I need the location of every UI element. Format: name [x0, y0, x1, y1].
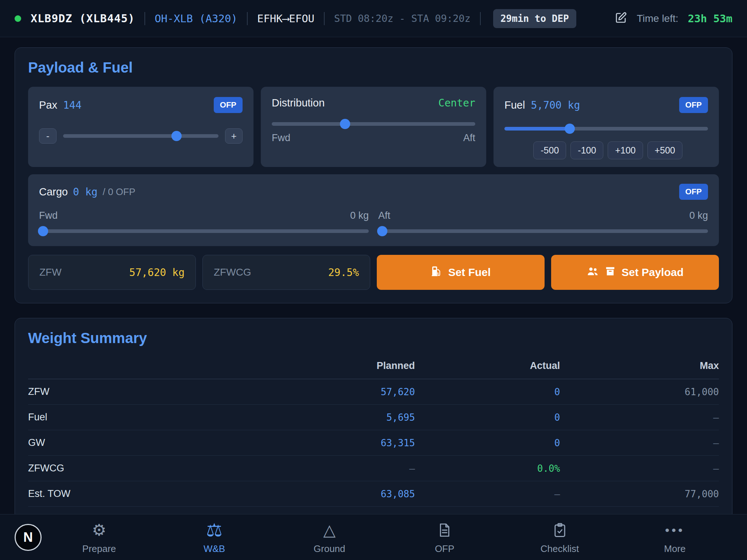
table-row: ZFW 57,620 0 61,000 — [28, 379, 719, 405]
cargo-fwd-value: 0 kg — [350, 210, 369, 221]
nav-item-wb[interactable]: ⚖ W&B — [157, 520, 272, 555]
max-value: – — [560, 405, 719, 430]
fuel-label: Fuel — [504, 99, 525, 111]
cargo-aft-slider-thumb[interactable] — [377, 226, 387, 236]
pax-ofp-button[interactable]: OFP — [214, 97, 243, 113]
actual-value: 0 — [415, 405, 560, 430]
planned-value: 63,315 — [263, 430, 415, 456]
pax-label: Pax — [39, 99, 57, 111]
payload-fuel-title: Payload & Fuel — [28, 59, 719, 76]
divider — [144, 12, 145, 25]
max-value: 61,000 — [560, 379, 719, 405]
fuel-slider-fill — [504, 127, 570, 131]
row-label: Est. TOW — [28, 481, 263, 507]
pax-slider-thumb[interactable] — [171, 131, 182, 141]
cargo-label: Cargo — [39, 186, 68, 198]
actual-value: – — [415, 481, 560, 507]
gear-icon: ⚙ — [92, 520, 106, 540]
pax-card: Pax 144 OFP - + — [28, 87, 253, 167]
distribution-slider[interactable] — [272, 122, 475, 126]
nav-item-more[interactable]: ••• More — [617, 520, 732, 555]
zfw-value: 57,620 kg — [129, 267, 185, 279]
cargo-fwd-section: Fwd 0 kg — [39, 210, 369, 233]
cargo-aft-slider[interactable] — [378, 229, 708, 233]
fuel-minus-100-button[interactable]: -100 — [570, 141, 603, 159]
flight-callsign: XLB9DZ (XLB445) — [31, 12, 135, 25]
table-header-row: Planned Actual Max — [28, 357, 719, 379]
distribution-card: Distribution Center Fwd Aft — [261, 87, 486, 167]
fuel-value: 5,700 kg — [531, 99, 580, 111]
max-value: – — [560, 430, 719, 456]
topbar-right-group: Time left: 23h 53m — [614, 11, 732, 26]
fuel-card: Fuel 5,700 kg OFP -500 -100 +100 +500 — [494, 87, 719, 167]
zfwcg-readout: ZFWCG 29.5% — [202, 255, 370, 290]
cargo-fwd-slider[interactable] — [39, 229, 369, 233]
actual-value: 0 — [415, 379, 560, 405]
distribution-slider-thumb[interactable] — [340, 119, 350, 129]
nav-item-ofp[interactable]: OFP — [387, 520, 502, 555]
cargo-fwd-slider-thumb[interactable] — [38, 226, 48, 236]
planned-value: 5,695 — [263, 405, 415, 430]
distribution-aft-label: Aft — [463, 132, 475, 144]
weight-summary-table: Planned Actual Max ZFW 57,620 0 61,000 F… — [28, 357, 719, 532]
row-label: ZFW — [28, 379, 263, 405]
fuel-plus-100-button[interactable]: +100 — [608, 141, 643, 159]
distribution-label: Distribution — [272, 97, 325, 109]
row-label: ZFWCG — [28, 456, 263, 481]
fuel-pump-icon — [431, 265, 442, 280]
planned-value: 63,085 — [263, 481, 415, 507]
cargo-aft-value: 0 kg — [689, 210, 708, 221]
zfwcg-value: 29.5% — [328, 267, 359, 279]
cargo-aft-label: Aft — [378, 210, 390, 221]
checklist-icon — [552, 520, 568, 540]
cargo-ofp-button[interactable]: OFP — [679, 184, 708, 200]
nav-item-checklist[interactable]: Checklist — [502, 520, 618, 555]
fuel-ofp-button[interactable]: OFP — [679, 97, 708, 113]
cargo-aft-section: Aft 0 kg — [378, 210, 708, 233]
max-value: – — [560, 456, 719, 481]
set-payload-label: Set Payload — [622, 266, 684, 279]
scale-icon: ⚖ — [206, 520, 222, 540]
app-logo[interactable]: N — [15, 524, 42, 551]
cargo-box-icon — [605, 266, 616, 279]
triangle-icon: △ — [323, 520, 336, 540]
table-row: Fuel 5,695 0 – — [28, 405, 719, 430]
actual-value: 0 — [415, 430, 560, 456]
time-left-value: 23h 53m — [688, 12, 732, 25]
top-bar: XLB9DZ (XLB445) OH-XLB (A320) EFHK⟶EFOU … — [0, 0, 747, 37]
set-payload-button[interactable]: Set Payload — [551, 255, 719, 290]
row-label: Fuel — [28, 405, 263, 430]
bottom-nav-bar: N ⚙ Prepare ⚖ W&B △ Ground OFP — [0, 514, 747, 560]
main-content: Payload & Fuel Pax 144 OFP - + — [0, 37, 747, 545]
pax-decrement-button[interactable]: - — [39, 128, 57, 144]
zfw-readout: ZFW 57,620 kg — [28, 255, 196, 290]
route-text: EFHK⟶EFOU — [257, 12, 314, 25]
column-header-empty — [28, 357, 263, 379]
set-fuel-button[interactable]: Set Fuel — [377, 255, 545, 290]
fuel-minus-500-button[interactable]: -500 — [533, 141, 566, 159]
planned-value: – — [263, 456, 415, 481]
fuel-plus-500-button[interactable]: +500 — [647, 141, 682, 159]
divider — [480, 12, 481, 25]
max-value: 77,000 — [560, 481, 719, 507]
pax-increment-button[interactable]: + — [225, 128, 243, 144]
weight-summary-title: Weight Summary — [28, 330, 719, 346]
cargo-fwd-label: Fwd — [39, 210, 58, 221]
schedule-times: STD 08:20z - STA 09:20z — [334, 13, 471, 24]
pax-slider[interactable] — [63, 134, 218, 138]
document-icon — [437, 520, 452, 540]
payload-fuel-grid: Pax 144 OFP - + Distribution Center — [28, 87, 719, 167]
planned-value: 57,620 — [263, 379, 415, 405]
nav-item-ground[interactable]: △ Ground — [272, 520, 387, 555]
set-fuel-label: Set Fuel — [448, 266, 491, 279]
nav-item-prepare[interactable]: ⚙ Prepare — [42, 520, 157, 555]
payload-action-row: ZFW 57,620 kg ZFWCG 29.5% Set Fuel — [28, 255, 719, 290]
pax-value: 144 — [63, 99, 82, 111]
fuel-slider[interactable] — [504, 127, 708, 131]
zfwcg-label: ZFWCG — [214, 267, 251, 278]
edit-flight-button[interactable] — [614, 11, 627, 26]
fuel-slider-thumb[interactable] — [565, 124, 575, 134]
column-header-max: Max — [560, 357, 719, 379]
cargo-value: 0 kg — [73, 186, 97, 198]
actual-value: 0.0% — [415, 456, 560, 481]
